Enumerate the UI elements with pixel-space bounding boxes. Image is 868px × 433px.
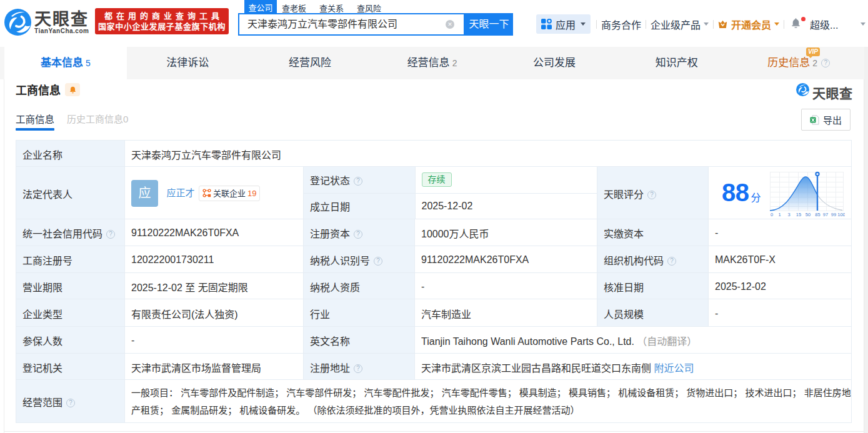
svg-text:1: 1 [778, 212, 781, 217]
svg-text:3: 3 [787, 212, 790, 217]
svg-text:100: 100 [837, 212, 845, 217]
svg-text:50: 50 [806, 212, 811, 217]
svg-text:97: 97 [823, 212, 828, 217]
svg-text:15: 15 [796, 212, 801, 217]
svg-text:85: 85 [815, 212, 820, 217]
svg-text:99: 99 [831, 212, 836, 217]
svg-text:0: 0 [771, 212, 773, 217]
